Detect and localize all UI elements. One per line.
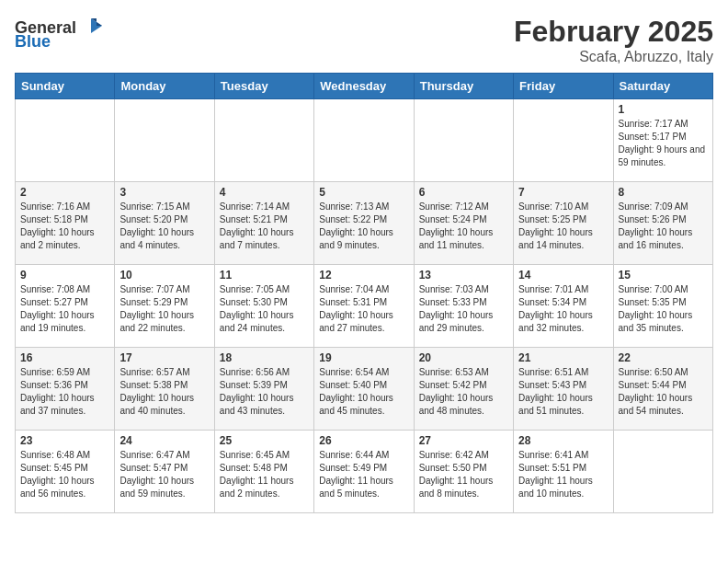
column-header-saturday: Saturday — [613, 74, 712, 99]
day-number: 26 — [319, 434, 408, 447]
day-number: 1 — [619, 103, 708, 116]
day-number: 15 — [619, 269, 708, 282]
day-info: Sunrise: 6:50 AM Sunset: 5:44 PM Dayligh… — [619, 366, 708, 418]
day-number: 23 — [20, 434, 109, 447]
day-info: Sunrise: 7:01 AM Sunset: 5:34 PM Dayligh… — [518, 283, 608, 335]
day-info: Sunrise: 6:53 AM Sunset: 5:42 PM Dayligh… — [419, 366, 508, 418]
day-number: 8 — [619, 186, 708, 199]
calendar-cell: 8Sunrise: 7:09 AM Sunset: 5:26 PM Daylig… — [613, 182, 712, 265]
day-info: Sunrise: 7:09 AM Sunset: 5:26 PM Dayligh… — [619, 201, 708, 252]
day-info: Sunrise: 6:59 AM Sunset: 5:36 PM Dayligh… — [20, 366, 109, 418]
day-number: 10 — [119, 269, 209, 282]
calendar-cell: 28Sunrise: 6:41 AM Sunset: 5:51 PM Dayli… — [514, 431, 613, 513]
day-info: Sunrise: 7:10 AM Sunset: 5:25 PM Dayligh… — [518, 201, 608, 252]
day-number: 19 — [319, 351, 408, 364]
day-number: 18 — [220, 351, 309, 364]
calendar-cell: 17Sunrise: 6:57 AM Sunset: 5:38 PM Dayli… — [115, 348, 214, 431]
calendar-cell: 23Sunrise: 6:48 AM Sunset: 5:45 PM Dayli… — [16, 431, 115, 513]
calendar-cell — [214, 99, 313, 182]
day-number: 16 — [20, 351, 109, 364]
calendar-header-row: SundayMondayTuesdayWednesdayThursdayFrid… — [16, 74, 713, 99]
calendar-cell: 22Sunrise: 6:50 AM Sunset: 5:44 PM Dayli… — [613, 348, 712, 431]
calendar-cell: 27Sunrise: 6:42 AM Sunset: 5:50 PM Dayli… — [414, 431, 513, 513]
calendar-cell: 15Sunrise: 7:00 AM Sunset: 5:35 PM Dayli… — [613, 265, 712, 348]
column-header-friday: Friday — [514, 74, 613, 99]
calendar-cell: 20Sunrise: 6:53 AM Sunset: 5:42 PM Dayli… — [414, 348, 513, 431]
calendar-cell: 7Sunrise: 7:10 AM Sunset: 5:25 PM Daylig… — [514, 182, 613, 265]
calendar: SundayMondayTuesdayWednesdayThursdayFrid… — [15, 73, 713, 513]
logo: General Blue — [15, 18, 104, 52]
calendar-cell — [613, 431, 712, 513]
day-info: Sunrise: 7:04 AM Sunset: 5:31 PM Dayligh… — [319, 283, 408, 335]
header: General Blue February 2025 Scafa, Abruzz… — [15, 15, 713, 65]
day-number: 9 — [20, 269, 109, 282]
calendar-cell: 18Sunrise: 6:56 AM Sunset: 5:39 PM Dayli… — [214, 348, 313, 431]
day-number: 4 — [220, 186, 309, 199]
calendar-cell: 24Sunrise: 6:47 AM Sunset: 5:47 PM Dayli… — [115, 431, 214, 513]
day-info: Sunrise: 7:16 AM Sunset: 5:18 PM Dayligh… — [20, 201, 109, 252]
day-info: Sunrise: 7:08 AM Sunset: 5:27 PM Dayligh… — [20, 283, 109, 335]
column-header-sunday: Sunday — [16, 74, 115, 99]
calendar-week-row: 2Sunrise: 7:16 AM Sunset: 5:18 PM Daylig… — [16, 182, 713, 265]
day-number: 27 — [419, 434, 508, 447]
day-number: 13 — [419, 269, 508, 282]
day-info: Sunrise: 7:12 AM Sunset: 5:24 PM Dayligh… — [419, 201, 508, 252]
calendar-cell: 25Sunrise: 6:45 AM Sunset: 5:48 PM Dayli… — [214, 431, 313, 513]
day-info: Sunrise: 6:44 AM Sunset: 5:49 PM Dayligh… — [319, 449, 408, 500]
calendar-cell: 11Sunrise: 7:05 AM Sunset: 5:30 PM Dayli… — [214, 265, 313, 348]
day-info: Sunrise: 7:13 AM Sunset: 5:22 PM Dayligh… — [319, 201, 408, 252]
day-number: 21 — [518, 351, 608, 364]
calendar-cell: 3Sunrise: 7:15 AM Sunset: 5:20 PM Daylig… — [115, 182, 214, 265]
calendar-week-row: 9Sunrise: 7:08 AM Sunset: 5:27 PM Daylig… — [16, 265, 713, 348]
calendar-cell: 9Sunrise: 7:08 AM Sunset: 5:27 PM Daylig… — [16, 265, 115, 348]
day-info: Sunrise: 6:41 AM Sunset: 5:51 PM Dayligh… — [518, 449, 608, 500]
day-number: 25 — [220, 434, 309, 447]
day-info: Sunrise: 7:05 AM Sunset: 5:30 PM Dayligh… — [220, 283, 309, 335]
day-info: Sunrise: 7:15 AM Sunset: 5:20 PM Dayligh… — [119, 201, 209, 252]
column-header-wednesday: Wednesday — [314, 74, 414, 99]
calendar-cell: 19Sunrise: 6:54 AM Sunset: 5:40 PM Dayli… — [314, 348, 414, 431]
title-block: February 2025 Scafa, Abruzzo, Italy — [514, 15, 713, 65]
calendar-cell — [314, 99, 414, 182]
column-header-thursday: Thursday — [414, 74, 513, 99]
calendar-cell: 16Sunrise: 6:59 AM Sunset: 5:36 PM Dayli… — [16, 348, 115, 431]
month-title: February 2025 — [514, 15, 713, 49]
calendar-cell: 1Sunrise: 7:17 AM Sunset: 5:17 PM Daylig… — [613, 99, 712, 182]
day-info: Sunrise: 6:51 AM Sunset: 5:43 PM Dayligh… — [518, 366, 608, 418]
day-number: 28 — [518, 434, 608, 447]
day-info: Sunrise: 7:07 AM Sunset: 5:29 PM Dayligh… — [119, 283, 209, 335]
calendar-week-row: 23Sunrise: 6:48 AM Sunset: 5:45 PM Dayli… — [16, 431, 713, 513]
day-number: 2 — [20, 186, 109, 199]
day-info: Sunrise: 6:57 AM Sunset: 5:38 PM Dayligh… — [119, 366, 209, 418]
day-info: Sunrise: 6:45 AM Sunset: 5:48 PM Dayligh… — [220, 449, 309, 500]
calendar-week-row: 1Sunrise: 7:17 AM Sunset: 5:17 PM Daylig… — [16, 99, 713, 182]
day-number: 12 — [319, 269, 408, 282]
location-subtitle: Scafa, Abruzzo, Italy — [514, 49, 713, 65]
day-info: Sunrise: 6:42 AM Sunset: 5:50 PM Dayligh… — [419, 449, 508, 500]
calendar-cell: 5Sunrise: 7:13 AM Sunset: 5:22 PM Daylig… — [314, 182, 414, 265]
calendar-week-row: 16Sunrise: 6:59 AM Sunset: 5:36 PM Dayli… — [16, 348, 713, 431]
day-info: Sunrise: 6:48 AM Sunset: 5:45 PM Dayligh… — [20, 449, 109, 500]
day-info: Sunrise: 7:17 AM Sunset: 5:17 PM Dayligh… — [619, 118, 708, 169]
day-info: Sunrise: 6:54 AM Sunset: 5:40 PM Dayligh… — [319, 366, 408, 418]
day-number: 11 — [220, 269, 309, 282]
calendar-cell — [414, 99, 513, 182]
calendar-cell — [16, 99, 115, 182]
day-number: 14 — [518, 269, 608, 282]
logo-flag-icon — [78, 17, 104, 37]
day-number: 3 — [119, 186, 209, 199]
calendar-cell: 4Sunrise: 7:14 AM Sunset: 5:21 PM Daylig… — [214, 182, 313, 265]
calendar-cell: 2Sunrise: 7:16 AM Sunset: 5:18 PM Daylig… — [16, 182, 115, 265]
day-number: 22 — [619, 351, 708, 364]
calendar-cell: 12Sunrise: 7:04 AM Sunset: 5:31 PM Dayli… — [314, 265, 414, 348]
calendar-cell: 21Sunrise: 6:51 AM Sunset: 5:43 PM Dayli… — [514, 348, 613, 431]
day-info: Sunrise: 6:47 AM Sunset: 5:47 PM Dayligh… — [119, 449, 209, 500]
day-info: Sunrise: 6:56 AM Sunset: 5:39 PM Dayligh… — [220, 366, 309, 418]
day-number: 20 — [419, 351, 508, 364]
column-header-monday: Monday — [115, 74, 214, 99]
day-info: Sunrise: 7:00 AM Sunset: 5:35 PM Dayligh… — [619, 283, 708, 335]
day-info: Sunrise: 7:03 AM Sunset: 5:33 PM Dayligh… — [419, 283, 508, 335]
calendar-cell: 26Sunrise: 6:44 AM Sunset: 5:49 PM Dayli… — [314, 431, 414, 513]
calendar-cell: 6Sunrise: 7:12 AM Sunset: 5:24 PM Daylig… — [414, 182, 513, 265]
calendar-cell — [115, 99, 214, 182]
